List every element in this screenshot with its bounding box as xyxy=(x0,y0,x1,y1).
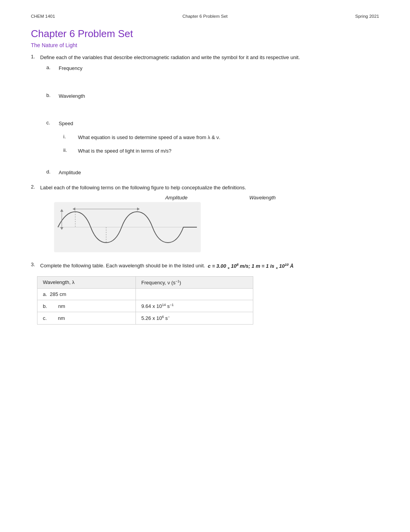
problem-3-text: Complete the following table. Each wavel… xyxy=(40,262,293,270)
sub-sub-text-i: What equation is used to determine speed… xyxy=(78,134,220,141)
problem-2: 2. Label each of the following terms on … xyxy=(31,184,379,252)
table-cell-c-frequency: 5.26 x 106 s− xyxy=(136,312,253,324)
problem-3-formula: c = 3.00 × 108 m/s; 1 m = 1 is × 1010 Å xyxy=(208,263,293,269)
sub-label-d: d. xyxy=(46,169,55,177)
table-row-c: c. nm 5.26 x 106 s− xyxy=(37,312,253,324)
problem-1-text: Define each of the variables that descri… xyxy=(40,54,300,61)
wave-figure-container: Amplitude Wavelength xyxy=(31,195,379,252)
sub-sub-item-i: i. What equation is used to determine sp… xyxy=(63,134,379,141)
document-header: CHEM 1401 Chapter 6 Problem Set Spring 2… xyxy=(31,14,379,19)
wave-labels-row: Amplitude Wavelength xyxy=(31,195,379,201)
problem-1-sub-list: a. Frequency b. Wavelength c. Speed xyxy=(46,65,379,176)
table-cell-c-wavelength: c. nm xyxy=(37,312,136,324)
sub-item-b: b. Wavelength xyxy=(46,92,379,100)
sub-text-d: Amplitude xyxy=(59,169,81,177)
sub-sub-item-ii: ii. What is the speed of light in terms … xyxy=(63,147,379,155)
table-cell-b-wavelength: b. nm xyxy=(37,300,136,312)
sub-item-a: a. Frequency xyxy=(46,65,379,72)
sub-label-b: b. xyxy=(46,92,55,100)
wave-image xyxy=(54,202,201,252)
table-cell-a-label-wavelength: a. 285 cm xyxy=(37,288,136,300)
problem-3-number: 3. xyxy=(31,262,38,270)
table-row-b: b. nm 9.64 x 1014 s−1 xyxy=(37,300,253,312)
col-header-frequency: Frequency, ν (s−1) xyxy=(136,276,253,288)
table-cell-b-frequency: 9.64 x 1014 s−1 xyxy=(136,300,253,312)
table-header-row: Wavelength, λ Frequency, ν (s−1) xyxy=(37,276,253,288)
sub-sub-label-ii: ii. xyxy=(63,147,74,155)
table-cell-a-frequency xyxy=(136,288,253,300)
problem-3: 3. Complete the following table. Each wa… xyxy=(31,262,379,324)
sub-label-c: c. xyxy=(46,120,55,127)
header-course: CHEM 1401 xyxy=(31,14,147,19)
sub-item-d: d. Amplitude xyxy=(46,169,379,177)
sub-label-a: a. xyxy=(46,65,55,72)
header-title: Chapter 6 Problem Set xyxy=(147,14,263,19)
frequency-table: Wavelength, λ Frequency, ν (s−1) a. 285 … xyxy=(37,276,253,325)
table-container: Wavelength, λ Frequency, ν (s−1) a. 285 … xyxy=(37,276,253,325)
section-title: The Nature of Light xyxy=(31,42,379,48)
sub-text-b: Wavelength xyxy=(59,92,85,100)
sub-item-c: c. Speed xyxy=(46,120,379,127)
table-row-a: a. 285 cm xyxy=(37,288,253,300)
problem-1-number: 1. xyxy=(31,54,38,61)
wave-svg xyxy=(54,202,201,252)
sub-sub-label-i: i. xyxy=(63,134,74,141)
spacer-3 xyxy=(46,158,379,166)
wave-label-amplitude: Amplitude xyxy=(165,195,188,201)
spacer-1 xyxy=(46,74,379,89)
col-header-wavelength: Wavelength, λ xyxy=(37,276,136,288)
sub-text-a: Frequency xyxy=(59,65,82,72)
sub-sub-text-ii: What is the speed of light in terms of m… xyxy=(78,147,171,155)
problem-1: 1. Define each of the variables that des… xyxy=(31,54,379,176)
sub-text-c: Speed xyxy=(59,120,73,127)
header-semester: Spring 2021 xyxy=(263,14,379,19)
wave-label-wavelength: Wavelength xyxy=(249,195,276,201)
problem-2-number: 2. xyxy=(31,184,38,192)
page: CHEM 1401 Chapter 6 Problem Set Spring 2… xyxy=(0,0,410,532)
problem-2-text: Label each of the following terms on the… xyxy=(40,184,246,192)
sub-sub-list-c: i. What equation is used to determine sp… xyxy=(63,134,379,155)
spacer-2 xyxy=(46,101,379,117)
chapter-title: Chapter 6 Problem Set xyxy=(31,28,379,40)
problem-list: 1. Define each of the variables that des… xyxy=(31,54,379,325)
